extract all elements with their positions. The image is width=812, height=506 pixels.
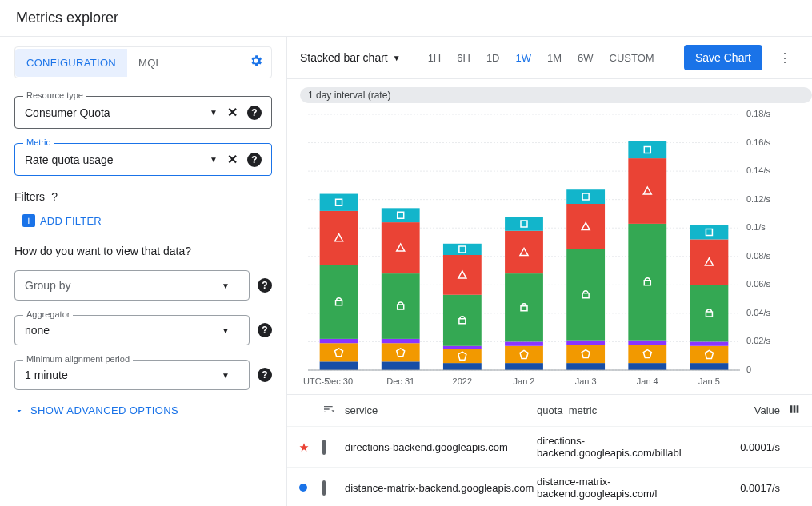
svg-rect-53 xyxy=(566,189,605,204)
table-row[interactable]: directions-backend.googleapis.comdirecti… xyxy=(287,427,812,468)
series-swatch xyxy=(298,442,308,452)
svg-rect-44 xyxy=(505,273,543,341)
range-1d[interactable]: 1D xyxy=(478,47,508,69)
metric-label: Metric xyxy=(23,137,54,147)
help-icon[interactable]: ? xyxy=(247,106,262,120)
range-custom[interactable]: CUSTOM xyxy=(602,47,662,69)
svg-text:Dec 31: Dec 31 xyxy=(386,377,414,386)
svg-rect-41 xyxy=(505,363,543,370)
svg-text:0.14/s: 0.14/s xyxy=(746,165,770,175)
config-sidebar: CONFIGURATION MQL Resource type Consumer… xyxy=(0,37,287,506)
help-icon[interactable]: ? xyxy=(258,278,272,293)
sidebar-tabbar: CONFIGURATION MQL xyxy=(14,46,272,78)
range-1h[interactable]: 1H xyxy=(420,47,450,69)
range-6h[interactable]: 6H xyxy=(449,47,478,69)
show-advanced-button[interactable]: SHOW ADVANCED OPTIONS xyxy=(14,404,272,416)
svg-text:0.12/s: 0.12/s xyxy=(746,194,770,204)
cell-value: 0.0001/s xyxy=(729,441,785,453)
resource-type-label: Resource type xyxy=(23,90,86,100)
chevron-down-icon[interactable]: ▼ xyxy=(222,326,230,335)
columns-icon[interactable] xyxy=(788,403,801,418)
cell-quota: distance-matrix-backend.googleapis.com/l xyxy=(537,476,729,500)
svg-rect-67 xyxy=(690,225,729,240)
gear-icon[interactable] xyxy=(241,47,271,78)
stacked-bar-chart: 00.02/s0.04/s0.06/s0.08/s0.1/s0.12/s0.14… xyxy=(300,106,780,394)
col-value[interactable]: Value xyxy=(729,404,785,416)
resource-type-field[interactable]: Resource type Consumer Quota ▼ ✕ ? xyxy=(14,96,272,129)
svg-rect-22 xyxy=(320,339,358,343)
aggregator-label: Aggregator xyxy=(23,309,73,319)
help-icon[interactable]: ? xyxy=(51,190,58,203)
chevron-down-icon[interactable]: ▼ xyxy=(210,155,218,164)
svg-rect-42 xyxy=(505,346,543,363)
help-icon[interactable]: ? xyxy=(258,323,272,337)
tab-mql[interactable]: MQL xyxy=(127,49,173,77)
view-question: How do you want to view that data? xyxy=(14,245,272,257)
tab-configuration[interactable]: CONFIGURATION xyxy=(15,49,127,77)
sort-icon[interactable] xyxy=(322,403,345,418)
chart-panel: Stacked bar chart ▼ 1H6H1D1W1M6WCUSTOM S… xyxy=(287,37,812,506)
svg-text:0.18/s: 0.18/s xyxy=(746,109,770,118)
svg-rect-21 xyxy=(320,343,358,361)
row-checkbox[interactable] xyxy=(322,480,326,496)
help-icon[interactable]: ? xyxy=(247,153,262,167)
svg-text:0: 0 xyxy=(746,365,751,374)
chevron-down-icon[interactable]: ▼ xyxy=(210,108,218,117)
svg-rect-64 xyxy=(690,341,729,345)
min-align-value: 1 minute xyxy=(25,369,222,381)
svg-text:UTC-5: UTC-5 xyxy=(303,377,329,386)
metric-field[interactable]: Metric Rate quota usage ▼ ✕ ? xyxy=(14,143,272,176)
svg-rect-51 xyxy=(566,249,605,341)
svg-text:0.06/s: 0.06/s xyxy=(746,279,770,289)
clear-resource-icon[interactable]: ✕ xyxy=(227,105,238,120)
svg-text:0.02/s: 0.02/s xyxy=(746,336,770,345)
clear-metric-icon[interactable]: ✕ xyxy=(227,152,238,167)
svg-rect-35 xyxy=(443,349,482,363)
chevron-down-icon[interactable]: ▼ xyxy=(222,371,230,380)
plus-icon: + xyxy=(22,214,35,227)
range-6w[interactable]: 6W xyxy=(570,47,602,69)
interval-chip: 1 day interval (rate) xyxy=(300,87,812,103)
svg-rect-24 xyxy=(320,211,358,265)
row-checkbox[interactable] xyxy=(322,440,326,455)
page-title: Metrics explorer xyxy=(0,0,812,37)
filters-label: Filters ? xyxy=(14,190,272,203)
cell-service: directions-backend.googleapis.com xyxy=(345,441,537,453)
save-chart-button[interactable]: Save Chart xyxy=(684,45,762,70)
aggregator-field[interactable]: Aggregator none ▼ xyxy=(14,315,250,345)
svg-rect-27 xyxy=(382,361,420,370)
min-align-field[interactable]: Minimum alignment period 1 minute ▼ xyxy=(14,360,250,390)
svg-point-71 xyxy=(299,484,307,492)
chevron-down-icon[interactable]: ▼ xyxy=(222,281,230,290)
svg-text:Jan 2: Jan 2 xyxy=(514,377,535,386)
svg-rect-58 xyxy=(628,224,666,341)
svg-rect-23 xyxy=(320,265,358,338)
range-1m[interactable]: 1M xyxy=(539,47,570,69)
col-quota[interactable]: quota_metric xyxy=(537,404,729,416)
overflow-icon[interactable]: ⋮ xyxy=(770,46,799,70)
aggregator-value: none xyxy=(25,324,222,337)
svg-rect-66 xyxy=(690,239,729,285)
svg-rect-63 xyxy=(690,346,729,363)
metric-value: Rate quota usage xyxy=(25,153,210,166)
svg-rect-49 xyxy=(566,345,605,363)
time-range-group: 1H6H1D1W1M6WCUSTOM xyxy=(420,47,662,69)
col-service[interactable]: service xyxy=(345,404,537,416)
cell-value: 0.0017/s xyxy=(729,482,785,494)
series-swatch xyxy=(298,483,308,492)
svg-rect-50 xyxy=(566,341,605,345)
chart-type-selector[interactable]: Stacked bar chart ▼ xyxy=(300,51,401,64)
add-filter-button[interactable]: + ADD FILTER xyxy=(22,214,272,227)
legend-table: service quota_metric Value directions-ba… xyxy=(287,394,812,506)
svg-rect-34 xyxy=(443,363,482,370)
group-by-placeholder: Group by xyxy=(25,279,222,292)
svg-rect-56 xyxy=(628,345,666,363)
table-row[interactable]: distance-matrix-backend.googleapis.comdi… xyxy=(287,468,812,506)
svg-rect-28 xyxy=(382,343,420,361)
range-1w[interactable]: 1W xyxy=(508,47,540,69)
svg-rect-36 xyxy=(443,346,482,349)
help-icon[interactable]: ? xyxy=(258,368,272,382)
svg-rect-65 xyxy=(690,285,729,341)
group-by-field[interactable]: Group by ▼ xyxy=(14,270,250,301)
chevron-down-icon: ▼ xyxy=(393,54,401,62)
